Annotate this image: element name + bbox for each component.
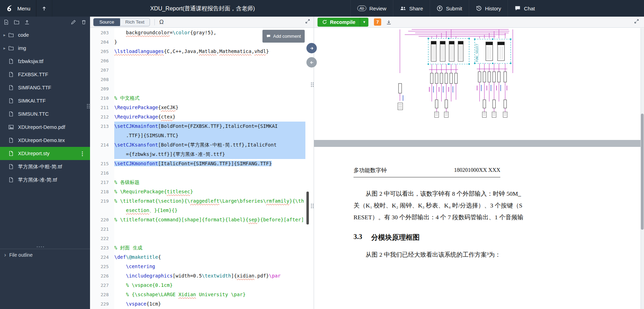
- code-line-215[interactable]: 215\setCJKmonofont[ItalicFont={SIMFANG.T…: [90, 159, 314, 168]
- code-line-220[interactable]: 220% \titleformat{command}[shape]{format…: [90, 215, 314, 224]
- folder-icon: [8, 32, 14, 38]
- tree-item-XDUreport-Demo.pdf[interactable]: XDUreport-Demo.pdf: [0, 121, 90, 134]
- code-line-222[interactable]: 222: [90, 234, 314, 243]
- add-comment-button[interactable]: Add comment: [262, 30, 305, 43]
- file-icon: [8, 98, 14, 104]
- section-title: 分模块原理框图: [371, 233, 420, 242]
- code-line-226[interactable]: 226 \includegraphics[width=0.5\textwidth…: [90, 271, 314, 281]
- menu-button[interactable]: Menu: [0, 0, 36, 17]
- code-line-219[interactable]: 219% \titleformat{\section}{\raggedleft\…: [90, 196, 314, 215]
- line-content: [114, 168, 305, 178]
- review-button[interactable]: Ab Review: [350, 0, 393, 17]
- chat-label: Chat: [524, 6, 535, 11]
- code-line-227[interactable]: 227 % \vspace{0.1cm}: [90, 281, 314, 290]
- tab-source[interactable]: Source: [93, 18, 120, 26]
- pdf-page-1: FUNC_SELECT: [314, 28, 641, 140]
- pdf-scrollbar-track[interactable]: [641, 28, 644, 309]
- new-folder-icon[interactable]: [14, 19, 19, 25]
- code-line-211[interactable]: 211\RequirePackage{xeCJK}: [90, 103, 314, 112]
- delete-trash-icon[interactable]: [81, 19, 87, 25]
- line-content: [114, 65, 305, 75]
- pdf-divider-grip-top[interactable]: [311, 82, 314, 87]
- tree-item-XDUreport-Demo.tex[interactable]: XDUreport-Demo.tex: [0, 134, 90, 147]
- line-content: \centering: [114, 262, 305, 271]
- tab-rich-text[interactable]: Rich Text: [120, 19, 150, 25]
- kebab-menu-icon[interactable]: ⋮: [80, 150, 85, 157]
- code-line-205[interactable]: 205\lstloadlanguages{C,C++,Java,Matlab,M…: [90, 47, 314, 56]
- code-line-210[interactable]: 210% 中文格式: [90, 94, 314, 103]
- code-line-214[interactable]: 214\setCJKsansfont[BoldFont={苹方黑体-中粗-简.t…: [90, 140, 314, 159]
- folder-caret-icon[interactable]: ▸: [3, 46, 8, 51]
- code-line-224[interactable]: 224\def\@maketitle{: [90, 253, 314, 262]
- line-number: 217: [90, 178, 114, 187]
- code-line-212[interactable]: 212\RequirePackage{ctex}: [90, 112, 314, 122]
- file-outline-header[interactable]: › File outline: [0, 249, 90, 258]
- line-number: 228: [90, 290, 114, 299]
- code-line-216[interactable]: 216: [90, 168, 314, 178]
- code-line-207[interactable]: 207: [90, 65, 314, 75]
- tree-item-img[interactable]: ▸img: [0, 42, 90, 55]
- collapse-pdf-panel-button[interactable]: [306, 57, 317, 68]
- recompile-dropdown[interactable]: ▾: [360, 18, 368, 27]
- share-button[interactable]: Share: [393, 0, 430, 17]
- code-line-206[interactable]: 206: [90, 56, 314, 65]
- code-line-228[interactable]: 228 % {\scshape\LARGE Xidian University …: [90, 290, 314, 299]
- pdf-fullscreen-button[interactable]: [634, 19, 639, 25]
- tree-item-fzbwksjw.ttf[interactable]: fzbwksjw.ttf: [0, 55, 90, 68]
- code-editor[interactable]: 203 backgroundcolor=\color{gray!5},204}2…: [90, 28, 314, 309]
- pdf-divider-grip-bottom[interactable]: [311, 204, 314, 208]
- tree-item-code[interactable]: ▸code: [0, 28, 90, 42]
- file-icon: [8, 111, 14, 117]
- line-content: \setCJKmainfont[BoldFont={FZXBSK.TTF},It…: [114, 122, 305, 140]
- editor-toolbar: Source Rich Text Ω: [90, 17, 314, 28]
- compile-log-badge[interactable]: 7: [374, 18, 381, 26]
- review-label: Review: [369, 6, 386, 11]
- outline-resize-grip[interactable]: [37, 246, 44, 247]
- tree-item-SIMSUN.TTC[interactable]: SIMSUN.TTC: [0, 107, 90, 121]
- sidebar-resize-grip[interactable]: [87, 104, 90, 108]
- code-line-221[interactable]: 221: [90, 224, 314, 234]
- rename-pencil-icon[interactable]: [71, 19, 76, 25]
- editor-scrollbar-thumb[interactable]: [306, 192, 309, 224]
- chat-button[interactable]: Chat: [508, 0, 542, 17]
- recompile-button[interactable]: Recompile ▾: [317, 18, 368, 27]
- line-content: \lstloadlanguages{C,C++,Java,Matlab,Math…: [114, 47, 305, 56]
- code-line-209[interactable]: 209: [90, 84, 314, 94]
- tree-item-苹方黑体-准-简.ttf[interactable]: 苹方黑体-准-简.ttf: [0, 173, 90, 186]
- tree-item-XDUreport.sty[interactable]: XDUreport.sty⋮: [0, 147, 90, 160]
- submit-button[interactable]: Submit: [430, 0, 469, 17]
- symbol-palette-button[interactable]: Ω: [159, 19, 164, 26]
- code-line-208[interactable]: 208: [90, 75, 314, 84]
- back-to-projects-button[interactable]: [36, 0, 52, 17]
- editor-fullscreen-button[interactable]: [305, 19, 310, 25]
- tree-item-label: 苹方黑体-准-简.ttf: [18, 177, 57, 183]
- folder-caret-icon[interactable]: ▸: [3, 33, 8, 37]
- line-content: \includegraphics[width=0.5\textwidth]{xi…: [114, 271, 305, 281]
- refresh-icon: [322, 19, 327, 25]
- pdf-scrollbar-thumb[interactable]: [641, 114, 644, 230]
- history-button[interactable]: History: [469, 0, 508, 17]
- upload-file-icon[interactable]: [24, 19, 30, 25]
- line-number: 213: [90, 122, 114, 140]
- line-number: 210: [90, 94, 114, 103]
- code-line-223[interactable]: 223% 封面 生成: [90, 243, 314, 253]
- code-line-225[interactable]: 225 \centering: [90, 262, 314, 271]
- code-line-229[interactable]: 229 \vspace{1cm}: [90, 299, 314, 309]
- share-label: Share: [409, 6, 423, 11]
- collapse-edit-panel-button[interactable]: [306, 43, 317, 53]
- code-line-217[interactable]: 217% 各级标题: [90, 178, 314, 187]
- pdf-viewer[interactable]: FUNC_SELECT: [314, 28, 641, 309]
- download-pdf-button[interactable]: [386, 19, 392, 25]
- file-outline-label: File outline: [9, 252, 33, 258]
- recompile-main[interactable]: Recompile: [317, 18, 360, 27]
- file-tree: ▸code▸imgfzbwksjw.ttfFZXBSK.TTFSIMFANG.T…: [0, 28, 90, 186]
- tree-item-SIMKAI.TTF[interactable]: SIMKAI.TTF: [0, 94, 90, 107]
- new-file-icon[interactable]: [3, 19, 9, 25]
- code-line-218[interactable]: 218% \RequirePackage{titlesec}: [90, 187, 314, 196]
- tree-item-SIMFANG.TTF[interactable]: SIMFANG.TTF: [0, 81, 90, 94]
- tree-item-FZXBSK.TTF[interactable]: FZXBSK.TTF: [0, 68, 90, 81]
- code-line-213[interactable]: 213\setCJKmainfont[BoldFont={FZXBSK.TTF}…: [90, 122, 314, 140]
- pdf-toolbar: Recompile ▾ 7: [314, 17, 644, 28]
- arrow-right-icon: [309, 46, 314, 51]
- tree-item-苹方黑体-中粗-简.ttf[interactable]: 苹方黑体-中粗-简.ttf: [0, 160, 90, 173]
